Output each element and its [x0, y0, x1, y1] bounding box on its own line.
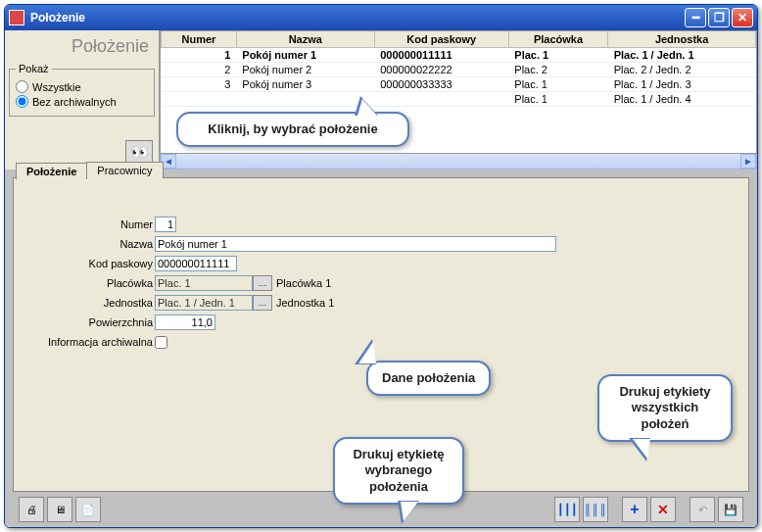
cell-kod — [374, 92, 508, 107]
browse-jednostka-button[interactable]: … — [253, 295, 272, 311]
document-icon: 📄 — [81, 504, 95, 516]
callout-select-row: Kliknij, by wybrać położenie — [176, 112, 409, 147]
label-jednostka: Jednostka — [25, 297, 155, 309]
print-label-selected-button[interactable]: ┃┃┃ — [554, 497, 580, 522]
callout-text: Dane położenia — [382, 370, 475, 385]
search-button[interactable]: 👀 — [125, 140, 153, 164]
browse-placowka-button[interactable]: … — [253, 275, 272, 291]
label-pow: Powierzchnia — [25, 316, 155, 328]
plus-icon: + — [630, 501, 639, 518]
cell-plac: Plac. 1 — [508, 92, 607, 107]
filter-groupbox: Pokaż Wszystkie Bez archiwalnych — [9, 63, 155, 117]
input-powierzchnia[interactable] — [155, 314, 215, 330]
minimize-button[interactable]: ━ — [685, 8, 706, 27]
binoculars-icon: 👀 — [131, 144, 148, 160]
scroll-track[interactable] — [176, 154, 740, 169]
cell-kod: 000000022222 — [374, 63, 508, 77]
cell-plac: Plac. 1 — [508, 77, 607, 92]
cell-nazwa: Pokój numer 1 — [236, 48, 374, 63]
title-bar: Położenie ━ ❐ ✕ — [5, 5, 757, 30]
radio-noarchive[interactable] — [16, 95, 28, 108]
cell-numer — [162, 92, 237, 107]
callout-text: Kliknij, by wybrać położenie — [208, 121, 377, 136]
cell-numer: 2 — [162, 63, 237, 77]
locations-table: Numer Nazwa Kod paskowy Placówka Jednost… — [161, 31, 756, 107]
callout-print-all: Drukuj etykiety wszystkich położeń — [597, 374, 733, 442]
filter-legend: Pokaż — [16, 63, 52, 74]
callout-form-data: Dane położenia — [366, 361, 491, 396]
save-icon: 💾 — [724, 504, 738, 516]
label-placowka: Placówka — [25, 277, 155, 289]
cell-numer: 3 — [162, 77, 237, 92]
cell-kod: 000000011111 — [374, 48, 508, 63]
undo-icon: ↶ — [698, 504, 707, 516]
page-title: Położenie — [9, 34, 155, 63]
print-label-all-button[interactable]: ║║║ — [583, 497, 608, 522]
radio-all-label: Wszystkie — [32, 81, 81, 93]
callout-print-selected: Drukuj etykietę wybranego położenia — [333, 437, 464, 505]
tab-pracownicy[interactable]: Pracownicy — [86, 162, 163, 178]
barcode-all-icon: ║║║ — [584, 504, 606, 515]
cell-numer: 1 — [162, 48, 237, 63]
horizontal-scrollbar[interactable]: ◄ ► — [160, 154, 757, 169]
input-numer[interactable] — [155, 217, 176, 232]
table-row[interactable]: 1 Pokój numer 1 000000011111 Plac. 1 Pla… — [162, 48, 756, 63]
print-button[interactable]: 🖨 — [19, 497, 44, 522]
cell-kod: 000000033333 — [374, 77, 508, 92]
radio-noarchive-label: Bez archiwalnych — [32, 96, 117, 108]
x-icon: ✕ — [657, 502, 669, 517]
cell-jedn: Plac. 2 / Jedn. 2 — [608, 63, 756, 77]
undo-button[interactable]: ↶ — [690, 497, 715, 522]
tabs: Położenie Pracownicy — [16, 162, 163, 178]
cell-nazwa: Pokój numer 3 — [236, 77, 374, 92]
export-button[interactable]: 🖥 — [47, 497, 72, 522]
col-plac[interactable]: Placówka — [508, 31, 607, 48]
label-nazwa: Nazwa — [25, 238, 155, 250]
cell-jedn: Plac. 1 / Jedn. 1 — [608, 48, 756, 63]
upper-region: Położenie Pokaż Wszystkie Bez archiwalny… — [5, 30, 757, 169]
delete-button[interactable]: ✕ — [650, 497, 676, 522]
save-button[interactable]: 💾 — [718, 497, 743, 522]
table-header-row: Numer Nazwa Kod paskowy Placówka Jednost… — [162, 31, 756, 48]
app-icon — [9, 10, 24, 25]
cell-plac: Plac. 1 — [508, 48, 607, 63]
close-button[interactable]: ✕ — [732, 8, 753, 27]
barcode-single-icon: ┃┃┃ — [557, 504, 578, 516]
window-title: Położenie — [30, 11, 85, 24]
checkbox-archiwalna[interactable] — [155, 336, 167, 349]
label-kod: Kod paskowy — [25, 258, 155, 269]
caption-jednostka: Jednostka 1 — [276, 297, 334, 309]
input-placowka — [155, 275, 253, 291]
col-nazwa[interactable]: Nazwa — [236, 31, 374, 48]
caption-placowka: Placówka 1 — [276, 277, 331, 289]
export-icon: 🖥 — [55, 504, 66, 515]
cell-nazwa: Pokój numer 2 — [236, 63, 374, 77]
callout-text: Drukuj etykiety wszystkich położeń — [619, 384, 710, 431]
table-pane: Numer Nazwa Kod paskowy Placówka Jednost… — [160, 30, 757, 169]
add-button[interactable]: + — [622, 497, 647, 522]
input-jednostka — [155, 295, 253, 311]
left-pane: Położenie Pokaż Wszystkie Bez archiwalny… — [5, 30, 160, 169]
col-kod[interactable]: Kod paskowy — [374, 31, 508, 48]
radio-all[interactable] — [16, 80, 28, 93]
printer-icon: 🖨 — [26, 504, 37, 515]
cell-plac: Plac. 2 — [508, 63, 607, 77]
cell-jedn: Plac. 1 / Jedn. 3 — [608, 77, 756, 92]
label-numer: Numer — [25, 218, 155, 230]
maximize-button[interactable]: ❐ — [708, 8, 730, 27]
table-row[interactable]: 3 Pokój numer 3 000000033333 Plac. 1 Pla… — [162, 77, 756, 92]
tab-polozenie[interactable]: Położenie — [16, 163, 87, 179]
report-button[interactable]: 📄 — [75, 497, 101, 522]
input-nazwa[interactable] — [155, 236, 556, 252]
table-row[interactable]: Plac. 1 Plac. 1 / Jedn. 4 — [162, 92, 756, 107]
scroll-right-icon[interactable]: ► — [740, 154, 756, 169]
form-area: Numer Nazwa Kod paskowy Placówka … — [14, 178, 748, 364]
cell-jedn: Plac. 1 / Jedn. 4 — [608, 92, 756, 107]
callout-text: Drukuj etykietę wybranego położenia — [353, 447, 444, 494]
col-jedn[interactable]: Jednostka — [608, 31, 756, 48]
input-kod[interactable] — [155, 256, 237, 271]
col-numer[interactable]: Numer — [162, 31, 237, 48]
table-row[interactable]: 2 Pokój numer 2 000000022222 Plac. 2 Pla… — [162, 63, 756, 77]
label-arch: Informacja archiwalna — [25, 336, 155, 348]
